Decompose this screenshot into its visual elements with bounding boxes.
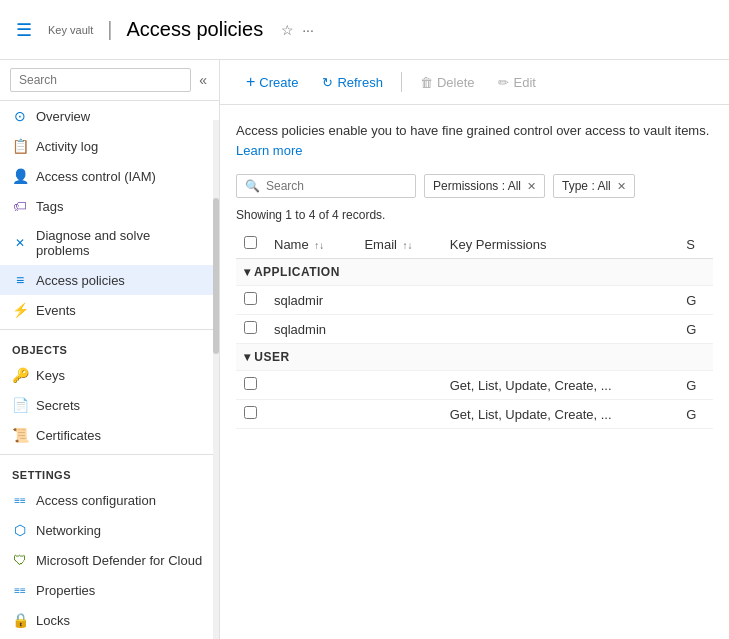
- sidebar-search-area: «: [0, 60, 219, 101]
- toolbar: + Create ↻ Refresh 🗑 Delete ✏ Edit: [220, 60, 729, 105]
- sidebar-scrollbar-track: [213, 120, 219, 639]
- refresh-button[interactable]: ↻ Refresh: [312, 70, 393, 95]
- row-checkbox[interactable]: [244, 321, 257, 334]
- sidebar-item-secrets[interactable]: 📄 Secrets: [0, 390, 219, 420]
- permissions-filter-label: Permissions : All: [433, 179, 521, 193]
- sidebar-item-access-config-label: Access configuration: [36, 493, 156, 508]
- breadcrumb-area: ☰ Key vault | Access policies ☆ ···: [16, 18, 314, 41]
- settings-section-header: Settings: [0, 459, 219, 485]
- user-group-chevron[interactable]: ▾: [244, 350, 251, 364]
- email-column-header[interactable]: Email ↑↓: [356, 230, 441, 259]
- overview-icon: ⊙: [12, 108, 28, 124]
- main-container: « ⊙ Overview 📋 Activity log 👤 Access con…: [0, 60, 729, 639]
- sidebar-item-activity-log[interactable]: 📋 Activity log: [0, 131, 219, 161]
- sidebar-item-diagnose[interactable]: ✕ Diagnose and solve problems: [0, 221, 219, 265]
- sidebar-item-access-config[interactable]: ≡≡ Access configuration: [0, 485, 219, 515]
- row-name: sqladmin: [266, 315, 356, 344]
- edit-button[interactable]: ✏ Edit: [488, 70, 545, 95]
- table-header-row: Name ↑↓ Email ↑↓ Key Permissions S: [236, 230, 713, 259]
- page-title: Access policies: [126, 18, 263, 41]
- create-button[interactable]: + Create: [236, 68, 308, 96]
- defender-icon: 🛡: [12, 552, 28, 568]
- row-checkbox-cell[interactable]: [236, 315, 266, 344]
- table-container: Name ↑↓ Email ↑↓ Key Permissions S: [236, 230, 713, 429]
- permissions-filter-close[interactable]: ✕: [527, 180, 536, 193]
- table-row: Get, List, Update, Create, ... G: [236, 400, 713, 429]
- delete-button[interactable]: 🗑 Delete: [410, 70, 485, 95]
- networking-icon: ⬡: [12, 522, 28, 538]
- email-sort-icon: ↑↓: [403, 240, 413, 251]
- sidebar-item-keys[interactable]: 🔑 Keys: [0, 360, 219, 390]
- select-all-checkbox-header[interactable]: [236, 230, 266, 259]
- sidebar-item-certificates[interactable]: 📜 Certificates: [0, 420, 219, 450]
- sidebar-item-access-policies[interactable]: ≡ Access policies: [0, 265, 219, 295]
- sidebar-item-defender[interactable]: 🛡 Microsoft Defender for Cloud: [0, 545, 219, 575]
- keys-icon: 🔑: [12, 367, 28, 383]
- sidebar-item-locks[interactable]: 🔒 Locks: [0, 605, 219, 635]
- tags-icon: 🏷: [12, 198, 28, 214]
- table-row: sqladmir G: [236, 286, 713, 315]
- row-key-permissions: Get, List, Update, Create, ...: [442, 371, 679, 400]
- search-box[interactable]: 🔍: [236, 174, 416, 198]
- properties-icon: ≡≡: [12, 582, 28, 598]
- activity-log-icon: 📋: [12, 138, 28, 154]
- row-name: [266, 371, 356, 400]
- sidebar-item-overview[interactable]: ⊙ Overview: [0, 101, 219, 131]
- row-checkbox-cell[interactable]: [236, 286, 266, 315]
- row-checkbox-cell[interactable]: [236, 400, 266, 429]
- sidebar-item-keys-label: Keys: [36, 368, 65, 383]
- row-checkbox[interactable]: [244, 406, 257, 419]
- sidebar-item-diagnose-label: Diagnose and solve problems: [36, 228, 207, 258]
- sidebar: « ⊙ Overview 📋 Activity log 👤 Access con…: [0, 60, 220, 639]
- learn-more-link[interactable]: Learn more: [236, 143, 302, 158]
- sidebar-item-defender-label: Microsoft Defender for Cloud: [36, 553, 202, 568]
- sidebar-item-certificates-label: Certificates: [36, 428, 101, 443]
- sidebar-scrollbar-thumb[interactable]: [213, 198, 219, 354]
- sidebar-item-events-label: Events: [36, 303, 76, 318]
- access-policies-icon: ≡: [12, 272, 28, 288]
- secrets-icon: 📄: [12, 397, 28, 413]
- sidebar-search-input[interactable]: [10, 68, 191, 92]
- edit-icon: ✏: [498, 75, 509, 90]
- records-count: Showing 1 to 4 of 4 records.: [236, 208, 713, 222]
- sidebar-item-access-control[interactable]: 👤 Access control (IAM): [0, 161, 219, 191]
- more-options-icon[interactable]: ···: [302, 22, 314, 38]
- access-policies-table: Name ↑↓ Email ↑↓ Key Permissions S: [236, 230, 713, 429]
- delete-icon: 🗑: [420, 75, 433, 90]
- sidebar-item-properties[interactable]: ≡≡ Properties: [0, 575, 219, 605]
- sidebar-item-access-control-label: Access control (IAM): [36, 169, 156, 184]
- sidebar-item-events[interactable]: ⚡ Events: [0, 295, 219, 325]
- row-email: [356, 400, 441, 429]
- row-email: [356, 286, 441, 315]
- search-input[interactable]: [266, 179, 407, 193]
- title-separator: |: [107, 18, 112, 41]
- table-row: Get, List, Update, Create, ... G: [236, 371, 713, 400]
- row-checkbox[interactable]: [244, 292, 257, 305]
- top-header: ☰ Key vault | Access policies ☆ ···: [0, 0, 729, 60]
- table-row: sqladmin G: [236, 315, 713, 344]
- create-icon: +: [246, 73, 255, 91]
- name-sort-icon: ↑↓: [314, 240, 324, 251]
- content-body: Access policies enable you to have fine …: [220, 105, 729, 639]
- row-name: sqladmir: [266, 286, 356, 315]
- events-icon: ⚡: [12, 302, 28, 318]
- sidebar-collapse-button[interactable]: «: [197, 70, 209, 90]
- row-key-permissions: [442, 286, 679, 315]
- sidebar-item-properties-label: Properties: [36, 583, 95, 598]
- name-column-header[interactable]: Name ↑↓: [266, 230, 356, 259]
- info-text: Access policies enable you to have fine …: [236, 121, 713, 160]
- favorite-star-icon[interactable]: ☆: [281, 22, 294, 38]
- access-control-icon: 👤: [12, 168, 28, 184]
- user-group-row: ▾ USER: [236, 344, 713, 371]
- sidebar-item-tags[interactable]: 🏷 Tags: [0, 191, 219, 221]
- select-all-checkbox[interactable]: [244, 236, 257, 249]
- sidebar-item-networking[interactable]: ⬡ Networking: [0, 515, 219, 545]
- row-s: G: [678, 315, 713, 344]
- type-filter-close[interactable]: ✕: [617, 180, 626, 193]
- row-checkbox-cell[interactable]: [236, 371, 266, 400]
- application-group-chevron[interactable]: ▾: [244, 265, 251, 279]
- row-checkbox[interactable]: [244, 377, 257, 390]
- application-group-label: APPLICATION: [254, 265, 340, 279]
- menu-icon[interactable]: ☰: [16, 19, 32, 41]
- sidebar-item-access-policies-label: Access policies: [36, 273, 125, 288]
